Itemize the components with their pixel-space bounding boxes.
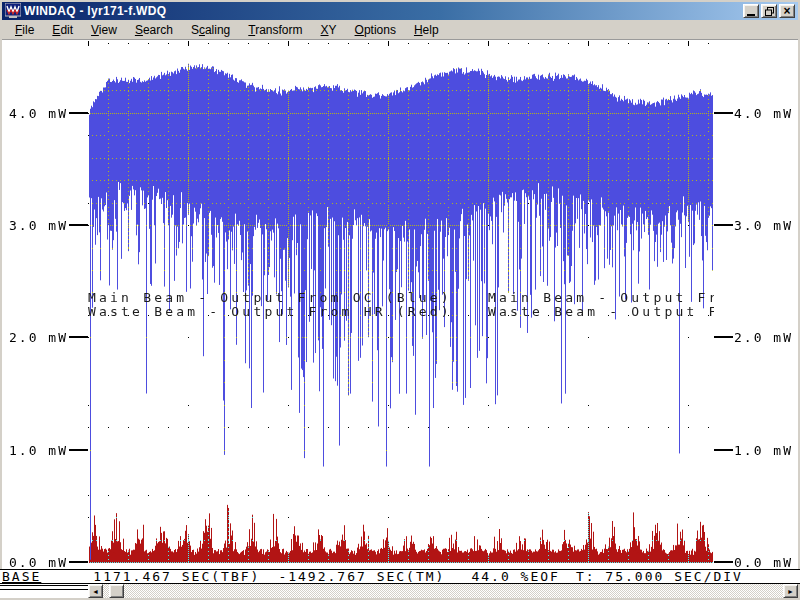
status-base-label: BASE <box>2 570 41 583</box>
y-tick-label-right-2.0: 2.0 mW <box>734 330 793 345</box>
status-tm: -1492.767 SEC(TM) <box>278 570 445 583</box>
annotation-waste-beam: Waste Beam - Output From HR (Red) <box>88 305 452 319</box>
annotation-main-beam: Main Beam - Output From OC (Blue) <box>88 291 452 305</box>
y-tick-label-left-2.0: 2.0 mW <box>6 330 68 345</box>
bottom-scroll-row: ◄ ► <box>0 584 800 598</box>
scrollbar-thumb[interactable] <box>109 584 124 598</box>
y-tick-label-left-4.0: 4.0 mW <box>6 106 68 121</box>
status-eof: 44.0 %EOF <box>471 570 559 583</box>
windaq-window: WINDAQ - lyr171-f.WDQ × FileEditViewSear… <box>0 0 800 600</box>
double-rule <box>0 585 88 588</box>
y-tick-label-right-1.0: 1.0 mW <box>734 443 793 458</box>
scroll-right-icon: ► <box>787 588 794 595</box>
y-tick-label-left-3.0: 3.0 mW <box>6 218 68 233</box>
annotation-right: Main Beam - Output From OC (Blue) Waste … <box>488 291 714 319</box>
scroll-right-button[interactable]: ► <box>783 584 798 598</box>
y-tick-label-right-0.0: 0.0 mW <box>734 555 793 570</box>
scroll-left-icon: ◄ <box>92 588 99 595</box>
y-tick-label-right-4.0: 4.0 mW <box>734 106 793 121</box>
double-rule <box>0 589 88 592</box>
annotation-main-beam-2: Main Beam - Output From OC (Blue) <box>488 291 714 305</box>
annotation-left: Main Beam - Output From OC (Blue) Waste … <box>88 291 452 319</box>
status-time-per-div: T: 75.000 SEC/DIV <box>576 570 743 583</box>
y-tick-label-right-3.0: 3.0 mW <box>734 218 793 233</box>
y-tick-label-left-0.0: 0.0 mW <box>6 555 68 570</box>
status-tbf: 1171.467 SEC(TBF) <box>93 570 260 583</box>
annotation-waste-beam-2: Waste Beam - Output From HR (Red) <box>488 305 714 319</box>
scroll-left-button[interactable]: ◄ <box>88 584 103 598</box>
status-bar: BASE1171.467 SEC(TBF)-1492.767 SEC(TM)44… <box>0 569 800 584</box>
scroll-left-panel <box>0 584 88 598</box>
y-tick-label-left-1.0: 1.0 mW <box>6 443 68 458</box>
horizontal-scrollbar[interactable]: ◄ ► <box>88 584 798 598</box>
